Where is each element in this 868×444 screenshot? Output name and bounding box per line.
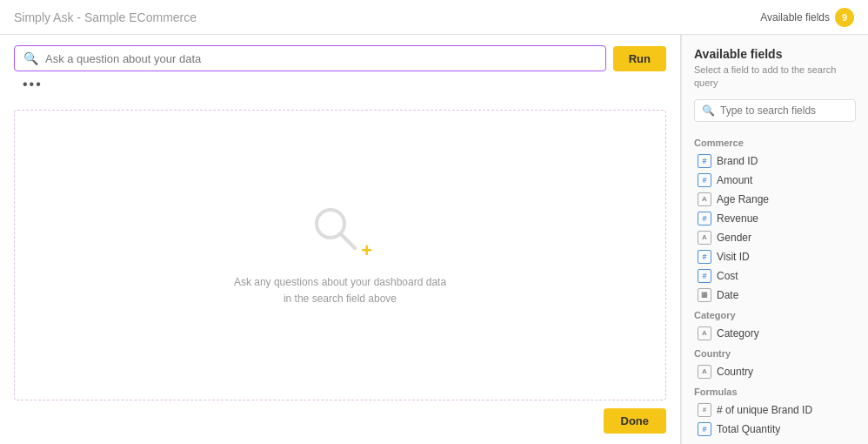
field-name-label: Amount [717, 174, 752, 186]
field-item[interactable]: ## of unique Brand ID [694, 400, 856, 420]
field-name-label: Date [717, 289, 738, 301]
search-icon: 🔍 [23, 51, 38, 65]
fields-search-icon: 🔍 [702, 104, 715, 117]
search-area: 🔍 Run ••• [0, 35, 680, 103]
fields-search-input[interactable] [720, 104, 851, 117]
field-name-label: Cost [717, 270, 738, 282]
field-item[interactable]: #Visit ID [694, 247, 856, 266]
main-layout: 🔍 Run ••• + Ask any questions about your… [0, 35, 868, 444]
section-label: Country [694, 348, 856, 359]
dots-row: ••• [14, 71, 666, 98]
field-name-label: Total Quantity [717, 423, 780, 435]
field-item[interactable]: ACategory [694, 324, 856, 343]
field-type-icon: A [698, 231, 711, 245]
field-name-label: Category [717, 327, 759, 340]
field-section: CountryACountry [694, 348, 856, 381]
available-fields-header-label: Available fields [760, 11, 830, 24]
fields-search-container[interactable]: 🔍 [694, 99, 856, 122]
field-name-label: # of unique Brand ID [717, 404, 812, 416]
field-item[interactable]: #Revenue [694, 209, 856, 228]
field-item[interactable]: #Amount [694, 171, 856, 190]
field-name-label: Revenue [717, 212, 758, 225]
section-label: Category [694, 310, 856, 320]
app-name: Simply Ask [14, 10, 73, 24]
done-button[interactable]: Done [604, 408, 667, 434]
field-type-icon: # [698, 403, 711, 417]
run-button[interactable]: Run [613, 46, 666, 71]
field-type-icon: A [698, 365, 711, 379]
field-item[interactable]: ▦Date [694, 286, 856, 305]
field-name-label: Country [717, 366, 753, 378]
field-type-icon: A [698, 326, 711, 340]
field-name-label: Visit ID [717, 251, 750, 263]
left-panel: 🔍 Run ••• + Ask any questions about your… [0, 35, 681, 444]
field-type-icon: # [698, 173, 711, 187]
search-input-container[interactable]: 🔍 [14, 45, 606, 71]
magnifier-svg [310, 203, 362, 255]
right-panel-title: Available fields [694, 47, 856, 61]
field-type-icon: # [698, 154, 711, 168]
available-fields-count-badge: 9 [835, 8, 854, 27]
done-area: Done [604, 408, 667, 434]
field-type-icon: ▦ [698, 288, 711, 302]
section-label: Formulas [694, 387, 856, 397]
fields-sections: Commerce#Brand ID#AmountAAge Range#Reven… [694, 132, 856, 439]
empty-state-icon: + [310, 203, 371, 264]
app-subtitle: - Sample ECommerce [73, 10, 197, 24]
field-name-label: Gender [717, 232, 751, 244]
search-input[interactable] [45, 52, 597, 65]
field-item[interactable]: #Brand ID [694, 151, 856, 171]
section-label: Commerce [694, 138, 856, 148]
plus-icon: + [361, 241, 372, 260]
field-type-icon: # [698, 269, 711, 283]
available-fields-header-badge: Available fields 9 [760, 8, 854, 27]
field-section: CategoryACategory [694, 310, 856, 343]
field-name-label: Age Range [717, 193, 769, 205]
field-item[interactable]: #Total Quantity [694, 420, 856, 439]
field-name-label: Brand ID [717, 155, 758, 167]
field-item[interactable]: #Cost [694, 266, 856, 286]
svg-line-1 [340, 233, 355, 248]
search-bar-wrapper: 🔍 Run [14, 45, 666, 71]
empty-state-text: Ask any questions about your dashboard d… [234, 274, 446, 307]
field-type-icon: # [698, 250, 711, 264]
field-item[interactable]: AAge Range [694, 190, 856, 209]
field-type-icon: # [698, 422, 711, 436]
field-item[interactable]: AGender [694, 228, 856, 247]
empty-content-area: + Ask any questions about your dashboard… [14, 110, 666, 400]
field-section: Commerce#Brand ID#AmountAAge Range#Reven… [694, 138, 856, 305]
app-header: Simply Ask - Sample ECommerce Available … [0, 0, 868, 35]
field-type-icon: # [698, 212, 711, 225]
field-section: Formulas## of unique Brand ID#Total Quan… [694, 387, 856, 439]
field-type-icon: A [698, 192, 711, 206]
right-panel-subtitle: Select a field to add to the search quer… [694, 64, 856, 91]
right-panel: Available fields Select a field to add t… [681, 35, 868, 444]
field-item[interactable]: ACountry [694, 362, 856, 381]
app-title: Simply Ask - Sample ECommerce [14, 10, 197, 24]
